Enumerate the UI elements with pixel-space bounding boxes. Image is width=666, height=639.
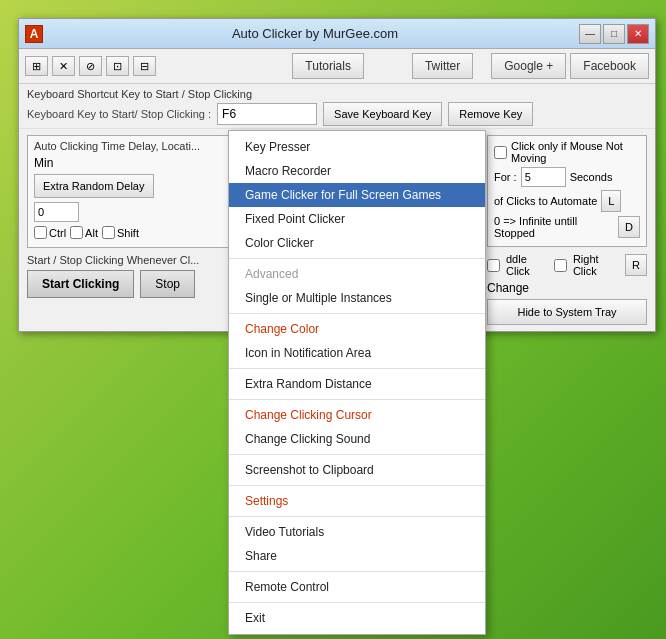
toolbar-btn-3[interactable]: ⊘	[79, 56, 102, 76]
tab-facebook[interactable]: Facebook	[570, 53, 649, 79]
tab-google-plus[interactable]: Google +	[491, 53, 566, 79]
cm-separator-13	[229, 399, 485, 400]
save-keyboard-key-button[interactable]: Save Keyboard Key	[323, 102, 442, 126]
stop-clicking-button[interactable]: Stop	[140, 270, 195, 298]
right-click-checkbox[interactable]	[554, 259, 567, 272]
cm-item-share[interactable]: Share	[229, 544, 485, 568]
right-panel: Click only if Mouse Not Moving For : Sec…	[487, 135, 647, 325]
remove-key-button[interactable]: Remove Key	[448, 102, 533, 126]
tab-twitter[interactable]: Twitter	[412, 53, 473, 79]
mouse-move-group: Click only if Mouse Not Moving For : Sec…	[487, 135, 647, 247]
alt-checkbox-label[interactable]: Alt	[70, 226, 98, 239]
cm-separator-8	[229, 313, 485, 314]
cm-item-remote-control[interactable]: Remote Control	[229, 575, 485, 599]
close-button[interactable]: ✕	[627, 24, 649, 44]
for-label: For :	[494, 171, 517, 183]
ctrl-checkbox-label[interactable]: Ctrl	[34, 226, 66, 239]
right-click-label: Right Click	[573, 253, 619, 277]
extra-random-delay-button[interactable]: Extra Random Delay	[34, 174, 154, 198]
mouse-not-moving-label: Click only if Mouse Not Moving	[511, 140, 640, 164]
tab-tutorials[interactable]: Tutorials	[292, 53, 364, 79]
r-button[interactable]: R	[625, 254, 647, 276]
ks-input[interactable]	[217, 103, 317, 125]
cm-item-color-clicker[interactable]: Color Clicker	[229, 231, 485, 255]
cm-separator-23	[229, 571, 485, 572]
toolbar-btn-2[interactable]: ✕	[52, 56, 75, 76]
cm-item-key-presser[interactable]: Key Presser	[229, 135, 485, 159]
alt-checkbox[interactable]	[70, 226, 83, 239]
cm-item-fixed-point-clicker[interactable]: Fixed Point Clicker	[229, 207, 485, 231]
change-label: Change	[487, 281, 529, 295]
cm-item-change-color[interactable]: Change Color	[229, 317, 485, 341]
cm-item-exit[interactable]: Exit	[229, 606, 485, 630]
start-clicking-button[interactable]: Start Clicking	[27, 270, 134, 298]
hide-to-system-tray-button[interactable]: Hide to System Tray	[487, 299, 647, 325]
clicks-label: of Clicks to Automate	[494, 195, 597, 207]
delay-input[interactable]	[34, 202, 79, 222]
cm-separator-16	[229, 454, 485, 455]
toolbar-btn-5[interactable]: ⊟	[133, 56, 156, 76]
middle-click-label: ddle Click	[506, 253, 548, 277]
keyboard-shortcut-section: Keyboard Shortcut Key to Start / Stop Cl…	[19, 84, 655, 129]
cm-item-video-tutorials[interactable]: Video Tutorials	[229, 520, 485, 544]
window-title: Auto Clicker by MurGee.com	[51, 26, 579, 41]
for-value-input[interactable]	[521, 167, 566, 187]
middle-click-checkbox[interactable]	[487, 259, 500, 272]
d-button[interactable]: D	[618, 216, 640, 238]
cm-item-single-or-multiple-instances[interactable]: Single or Multiple Instances	[229, 286, 485, 310]
ctrl-label: Ctrl	[49, 227, 66, 239]
cm-item-change-clicking-cursor[interactable]: Change Clicking Cursor	[229, 403, 485, 427]
ks-section-label: Keyboard Shortcut Key to Start / Stop Cl…	[27, 88, 647, 100]
cm-separator-25	[229, 602, 485, 603]
l-button[interactable]: L	[601, 190, 621, 212]
cm-separator-18	[229, 485, 485, 486]
restore-button[interactable]: □	[603, 24, 625, 44]
shift-checkbox[interactable]	[102, 226, 115, 239]
seconds-label: Seconds	[570, 171, 613, 183]
context-menu: Key PresserMacro RecorderGame Clicker fo…	[228, 130, 486, 635]
min-label: Min	[34, 156, 53, 170]
title-bar-controls: — □ ✕	[579, 24, 649, 44]
cm-item-extra-random-distance[interactable]: Extra Random Distance	[229, 372, 485, 396]
ks-field-label: Keyboard Key to Start/ Stop Clicking :	[27, 108, 211, 120]
cm-item-icon-in-notification-area[interactable]: Icon in Notification Area	[229, 341, 485, 365]
shift-checkbox-label[interactable]: Shift	[102, 226, 139, 239]
cm-item-advanced: Advanced	[229, 262, 485, 286]
alt-label: Alt	[85, 227, 98, 239]
cm-separator-11	[229, 368, 485, 369]
minimize-button[interactable]: —	[579, 24, 601, 44]
cm-item-game-clicker-for-full-screen-games[interactable]: Game Clicker for Full Screen Games	[229, 183, 485, 207]
cm-item-screenshot-to-clipboard[interactable]: Screenshot to Clipboard	[229, 458, 485, 482]
cm-separator-20	[229, 516, 485, 517]
title-bar: A Auto Clicker by MurGee.com — □ ✕	[19, 19, 655, 49]
shift-label: Shift	[117, 227, 139, 239]
toolbar-row: ⊞ ✕ ⊘ ⊡ ⊟ Tutorials Twitter Google + Fac…	[19, 49, 655, 84]
cm-item-change-clicking-sound[interactable]: Change Clicking Sound	[229, 427, 485, 451]
mouse-not-moving-checkbox[interactable]	[494, 146, 507, 159]
toolbar-btn-1[interactable]: ⊞	[25, 56, 48, 76]
infinite-label: 0 => Infinite untill Stopped	[494, 215, 614, 239]
cm-item-macro-recorder[interactable]: Macro Recorder	[229, 159, 485, 183]
cm-item-settings[interactable]: Settings	[229, 489, 485, 513]
ctrl-checkbox[interactable]	[34, 226, 47, 239]
app-icon: A	[25, 25, 43, 43]
toolbar-btn-4[interactable]: ⊡	[106, 56, 129, 76]
cm-separator-5	[229, 258, 485, 259]
